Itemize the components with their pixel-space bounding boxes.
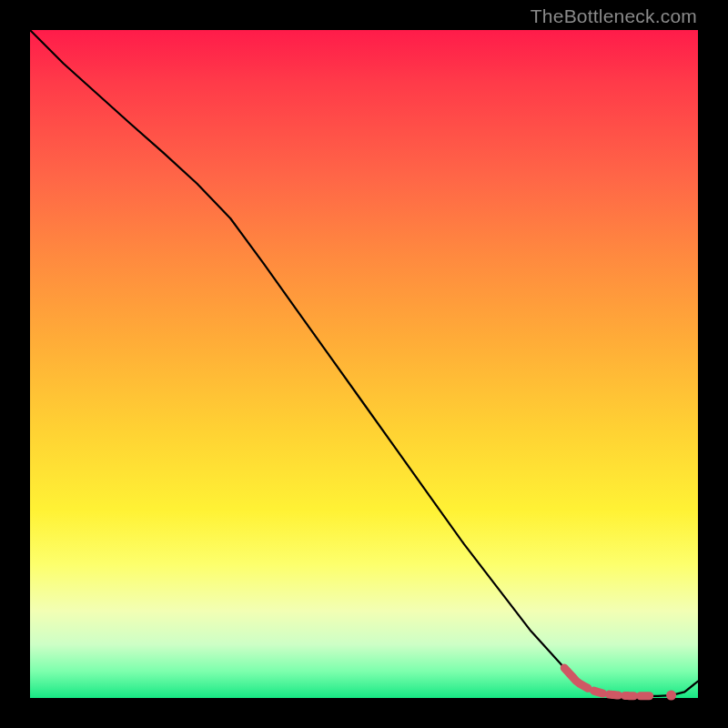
highlight-dash: [594, 691, 603, 693]
outer-frame: TheBottleneck.com: [0, 0, 728, 728]
highlight-dash: [610, 694, 619, 695]
chart-overlay: [30, 30, 698, 698]
highlight-end-dot: [666, 691, 676, 701]
highlight-dash: [564, 668, 588, 688]
watermark-text: TheBottleneck.com: [531, 5, 697, 27]
bottleneck-curve: [30, 30, 698, 696]
